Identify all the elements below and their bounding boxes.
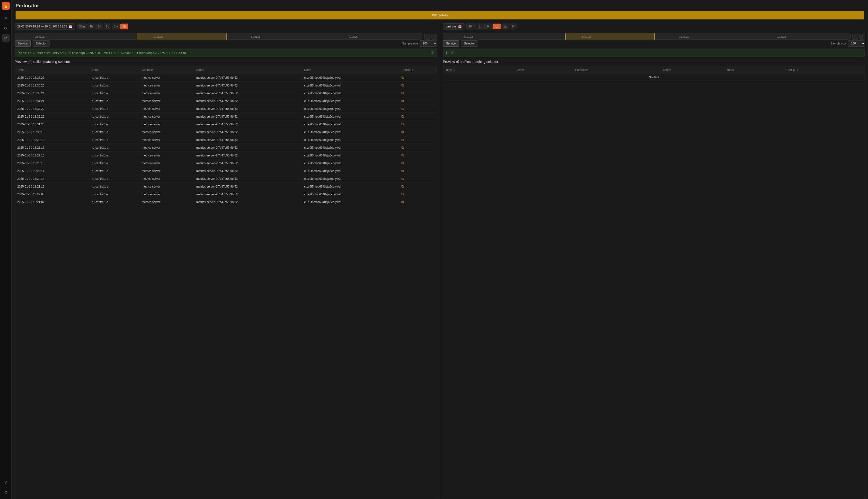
left-col-node[interactable]: Node <box>302 66 399 74</box>
left-zoom-out[interactable]: − <box>424 34 430 40</box>
right-btn-1h[interactable]: 1h <box>477 24 484 29</box>
right-query-bar[interactable]: {} ⓘ <box>443 49 865 57</box>
right-btn-30m[interactable]: 30m <box>466 24 476 29</box>
cell-time: 2025-01-30 18:29:18 <box>15 136 90 144</box>
table-row[interactable]: 2025-01-30 18:31:20 ru-central1-a metric… <box>15 121 437 128</box>
left-timeline[interactable]: 29.01.25 30.01.25 31.01.25 02-2025 <box>15 33 422 40</box>
table-row[interactable]: 2025-01-30 18:32:22 ru-central1-a metric… <box>15 113 437 121</box>
profile-link-icon[interactable]: ⧉ <box>401 200 404 204</box>
table-row[interactable]: 2025-01-30 18:33:22 ru-central1-a metric… <box>15 105 437 113</box>
profile-link-icon[interactable]: ⧉ <box>401 192 404 196</box>
table-row[interactable]: 2025-01-30 18:29:18 ru-central1-a metric… <box>15 136 437 144</box>
left-btn-6h-active[interactable]: 6h <box>120 24 128 29</box>
profile-link-icon[interactable]: ⧉ <box>401 169 404 173</box>
left-time-range[interactable]: 29.01.2025 18:38 — 30.01.2025 18:38 📅 <box>15 23 75 29</box>
right-btn-1d[interactable]: 1d <box>493 24 501 29</box>
profile-link-icon[interactable]: ⧉ <box>401 177 404 181</box>
cell-profileid[interactable]: ⧉ <box>399 121 437 128</box>
cell-profileid[interactable]: ⧉ <box>399 198 437 206</box>
left-col-controller[interactable]: Controller <box>139 66 194 74</box>
left-zoom-in[interactable]: + <box>431 34 437 40</box>
cell-profileid[interactable]: ⧉ <box>399 82 437 89</box>
right-col-zone[interactable]: Zone <box>515 66 573 74</box>
profile-link-icon[interactable]: ⧉ <box>401 184 404 188</box>
cell-profileid[interactable]: ⧉ <box>399 136 437 144</box>
table-row[interactable]: 2025-01-30 18:21:07 ru-central1-a metric… <box>15 198 437 206</box>
right-col-time[interactable]: Time ↓ <box>443 66 515 74</box>
profile-link-icon[interactable]: ⧉ <box>401 83 404 87</box>
left-btn-1w[interactable]: 1w <box>112 24 120 29</box>
profile-link-icon[interactable]: ⧉ <box>401 99 404 103</box>
cell-profileid[interactable]: ⧉ <box>399 175 437 183</box>
right-zoom-out[interactable]: − <box>853 34 858 40</box>
left-tab-selector[interactable]: Selector <box>33 40 50 47</box>
table-row[interactable]: 2025-01-30 18:34:24 ru-central1-a metric… <box>15 97 437 105</box>
left-col-time[interactable]: Time ↓ <box>15 66 90 74</box>
left-btn-1h[interactable]: 1h <box>87 24 95 29</box>
profile-link-icon[interactable]: ⧉ <box>401 122 404 126</box>
left-btn-6h[interactable]: 6h <box>96 24 103 29</box>
profile-link-icon[interactable]: ⧉ <box>401 130 404 134</box>
right-col-name[interactable]: Name <box>661 66 725 74</box>
right-sample-size-select[interactable]: 100 50 200 <box>848 40 865 47</box>
cell-profileid[interactable]: ⧉ <box>399 144 437 151</box>
cell-profileid[interactable]: ⧉ <box>399 113 437 121</box>
sidebar-item-menu[interactable]: ≡ <box>2 15 10 22</box>
left-sample-size-select[interactable]: 100 50 200 <box>420 40 437 47</box>
table-row[interactable]: 2025-01-30 18:26:15 ru-central1-a metric… <box>15 159 437 167</box>
cell-profileid[interactable]: ⧉ <box>399 159 437 167</box>
left-btn-30m[interactable]: 30m <box>77 24 87 29</box>
right-col-controller[interactable]: Controller <box>573 66 661 74</box>
right-btn-6h[interactable]: 6h <box>485 24 492 29</box>
cell-profileid[interactable]: ⧉ <box>399 128 437 136</box>
right-time-range[interactable]: Last day 📅 <box>443 23 464 29</box>
cell-profileid[interactable]: ⧉ <box>399 105 437 113</box>
left-query-info-icon[interactable]: ⓘ <box>431 51 434 55</box>
sidebar-item-settings[interactable]: ⚙ <box>2 488 10 496</box>
right-timeline[interactable]: 29.01.25 30.01.25 31.01.25 02-2025 <box>443 33 851 40</box>
cell-profileid[interactable]: ⧉ <box>399 167 437 175</box>
left-col-zone[interactable]: Zone <box>90 66 140 74</box>
profile-link-icon[interactable]: ⧉ <box>401 138 404 142</box>
cell-profileid[interactable]: ⧉ <box>399 74 437 82</box>
table-row[interactable]: 2025-01-30 18:35:24 ru-central1-a metric… <box>15 89 437 97</box>
table-row[interactable]: 2025-01-30 18:36:25 ru-central1-a metric… <box>15 82 437 89</box>
sidebar-item-help[interactable]: ? <box>2 478 10 486</box>
right-query-info-icon[interactable]: ⓘ <box>451 51 454 55</box>
right-zoom-in[interactable]: + <box>859 34 865 40</box>
cell-profileid[interactable]: ⧉ <box>399 97 437 105</box>
right-col-profileid[interactable]: ProfileID <box>784 66 865 74</box>
profile-link-icon[interactable]: ⧉ <box>401 114 404 118</box>
left-col-name[interactable]: Name <box>194 66 302 74</box>
left-tab-service[interactable]: Service <box>15 40 31 47</box>
cell-profileid[interactable]: ⧉ <box>399 183 437 191</box>
cell-profileid[interactable]: ⧉ <box>399 151 437 159</box>
table-row[interactable]: 2025-01-30 18:24:14 ru-central1-a metric… <box>15 175 437 183</box>
table-row[interactable]: 2025-01-30 18:30:19 ru-central1-a metric… <box>15 128 437 136</box>
sidebar-item-history[interactable]: ⟳ <box>2 24 10 32</box>
table-row[interactable]: 2025-01-30 18:37:27 ru-central1-a metric… <box>15 74 437 82</box>
table-row[interactable]: 2025-01-30 18:27:16 ru-central1-a metric… <box>15 151 437 159</box>
profile-link-icon[interactable]: ⧉ <box>401 75 404 80</box>
left-btn-1d[interactable]: 1d <box>104 24 111 29</box>
profile-link-icon[interactable]: ⧉ <box>401 91 404 95</box>
table-row[interactable]: 2025-01-30 18:28:17 ru-central1-a metric… <box>15 144 437 151</box>
right-tab-selector[interactable]: Selector <box>461 40 478 47</box>
cell-profileid[interactable]: ⧉ <box>399 89 437 97</box>
table-row[interactable]: 2025-01-30 18:22:08 ru-central1-a metric… <box>15 191 437 198</box>
diff-profiles-banner[interactable]: Diff profiles <box>15 11 864 20</box>
right-btn-1w[interactable]: 1w <box>501 24 509 29</box>
cell-profileid[interactable]: ⧉ <box>399 191 437 198</box>
sidebar-item-diff[interactable]: ⊕ <box>2 34 10 42</box>
right-col-node[interactable]: Node <box>725 66 784 74</box>
right-btn-6h-2[interactable]: 6h <box>510 24 518 29</box>
table-row[interactable]: 2025-01-30 18:25:14 ru-central1-a metric… <box>15 167 437 175</box>
table-row[interactable]: 2025-01-30 18:23:12 ru-central1-a metric… <box>15 183 437 191</box>
left-col-profileid[interactable]: ProfileID <box>399 66 437 74</box>
profile-link-icon[interactable]: ⧉ <box>401 153 404 157</box>
profile-link-icon[interactable]: ⧉ <box>401 146 404 149</box>
profile-link-icon[interactable]: ⧉ <box>401 161 404 165</box>
profile-link-icon[interactable]: ⧉ <box>401 107 404 111</box>
right-tab-service[interactable]: Service <box>443 40 459 47</box>
left-query-bar[interactable]: {service = "metrics-server", timestamp>=… <box>15 49 437 57</box>
